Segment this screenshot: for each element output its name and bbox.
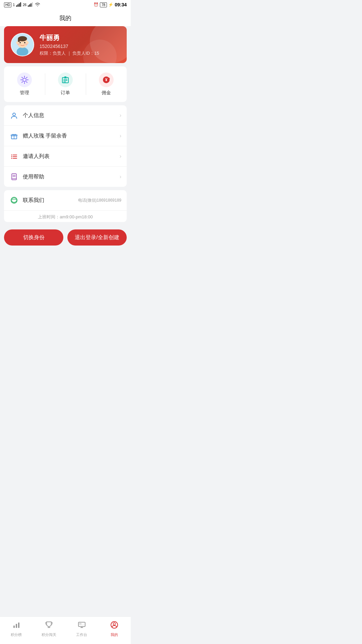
status-right: ⏰ 78 ⚡ 09:34 [94,2,127,7]
signal-4g [16,2,21,7]
contact-label: 联系我们 [23,197,78,204]
hd-indicator: HD [4,2,11,7]
svg-rect-4 [28,5,29,7]
svg-point-9 [17,47,28,56]
menu-item-invite[interactable]: 邀请人列表 › [4,146,127,167]
sim1-indicator: 1 [13,3,15,7]
svg-rect-7 [32,2,33,7]
svg-rect-6 [31,3,32,7]
svg-point-15 [19,42,21,43]
person-icon [9,111,19,120]
order-icon [58,72,73,87]
svg-line-24 [22,77,22,78]
invite-chevron: › [120,153,121,159]
commission-icon: ¥ [99,72,114,87]
gift-rose-text: 赠人玫瑰 手留余香 [23,132,120,140]
gift-chevron: › [120,133,121,139]
svg-line-27 [22,82,22,83]
action-commission[interactable]: ¥ 佣金 [86,66,127,102]
svg-rect-12 [18,39,20,42]
svg-point-40 [11,158,12,159]
alarm-icon: ⏰ [94,2,99,7]
personal-chevron: › [120,112,121,118]
svg-rect-3 [20,2,21,7]
contact-phone: 电话(微信)18691869189 [78,198,121,203]
manage-icon [17,72,32,87]
order-label: 订单 [61,90,70,96]
svg-point-13 [16,41,18,44]
book-icon [9,172,19,181]
svg-text:¥: ¥ [105,77,108,82]
profile-role: 权限：负责人 ｜ 负责人ID：15 [40,50,99,56]
avatar [11,33,34,56]
personal-info-text: 个人信息 [23,112,120,119]
svg-rect-5 [29,4,30,7]
help-chevron: › [120,174,121,180]
menu-section: 个人信息 › 赠人玫瑰 手留余香 › [4,105,127,187]
svg-rect-2 [19,3,20,7]
menu-item-gift[interactable]: 赠人玫瑰 手留余香 › [4,126,127,146]
svg-rect-32 [64,76,66,78]
profile-card[interactable]: 牛丽勇 15202456137 权限：负责人 ｜ 负责人ID：15 [4,26,127,63]
help-text: 使用帮助 [23,173,120,180]
profile-phone: 15202456137 [40,44,99,49]
commission-label: 佣金 [102,90,111,96]
quick-actions: 管理 订单 ¥ 佣金 [4,66,127,102]
action-order[interactable]: 订单 [45,66,86,102]
time-display: 09:34 [115,2,127,7]
signal-26-bars [28,2,33,7]
status-bar: HD 1 26 ⏰ 78 ⚡ 09:34 [0,0,131,9]
svg-point-17 [17,44,20,45]
manage-label: 管理 [20,90,29,96]
list-icon [9,152,19,161]
logout-button[interactable]: 退出登录/全新创建 [67,229,127,246]
contact-section: 联系我们 电话(微信)18691869189 上班时间：am9:00-pm18:… [4,190,127,222]
svg-rect-0 [16,5,17,7]
svg-point-16 [24,42,25,43]
svg-rect-1 [17,4,18,7]
svg-point-18 [25,44,28,45]
svg-point-35 [13,113,15,116]
switch-identity-button[interactable]: 切换身份 [4,229,63,246]
signal-26: 26 [23,3,26,7]
chat-icon [9,196,19,205]
profile-name: 牛丽勇 [40,33,99,42]
menu-item-help[interactable]: 使用帮助 › [4,167,127,187]
svg-line-25 [26,82,27,83]
svg-point-38 [11,155,12,156]
svg-point-14 [27,41,29,44]
invite-list-text: 邀请人列表 [23,153,120,160]
charging-icon: ⚡ [108,2,113,7]
action-buttons: 切换身份 退出登录/全新创建 [0,225,131,250]
wifi-icon [35,2,41,7]
contact-item[interactable]: 联系我们 电话(微信)18691869189 [4,190,127,211]
battery-indicator: 78 [100,2,107,7]
page-title: 我的 [0,9,131,26]
svg-point-19 [23,78,26,82]
svg-line-26 [26,77,27,78]
work-time: 上班时间：am9:00-pm18:00 [4,211,127,222]
gift-icon [9,131,19,141]
action-manage[interactable]: 管理 [4,66,45,102]
status-left: HD 1 26 [4,2,41,7]
menu-item-personal[interactable]: 个人信息 › [4,105,127,126]
svg-point-39 [11,156,12,157]
